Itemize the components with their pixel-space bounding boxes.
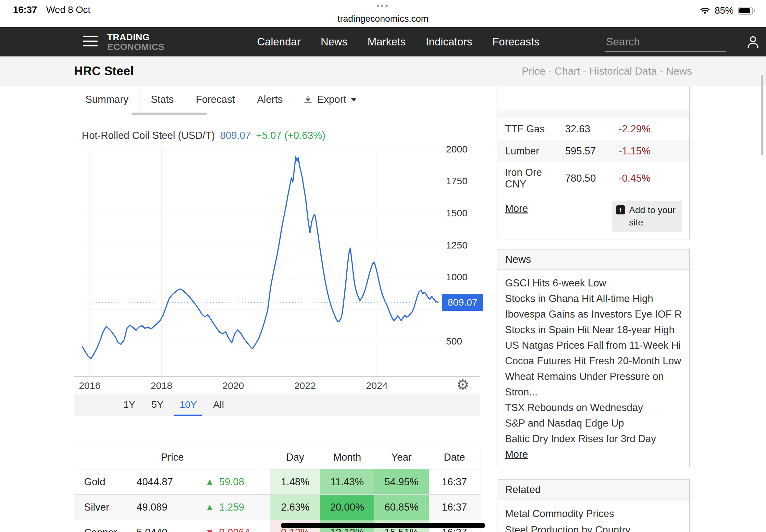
related-panel-header: Related: [498, 480, 689, 500]
price-table-row-silver[interactable]: Silver49.089▲1.2592.63%20.00%60.85%16:37: [74, 495, 480, 520]
commodity-price-table: PriceDayMonthYearDateGold4044.87▲59.081.…: [74, 445, 480, 532]
range-button-10y[interactable]: 10Y: [174, 394, 202, 416]
chart-settings-icon[interactable]: ⚙: [456, 378, 469, 392]
news-item[interactable]: Baltic Dry Index Rises for 3rd Day: [505, 431, 682, 447]
export-button[interactable]: Export: [294, 86, 366, 113]
tab-bar: SummaryStatsForecastAlerts Export: [74, 86, 480, 113]
month-percent: 20.00%: [320, 495, 374, 520]
breadcrumb-link-price[interactable]: Price: [522, 65, 545, 77]
tab-summary[interactable]: Summary: [74, 86, 140, 113]
commodity-change: 0.0064: [219, 520, 270, 532]
markets-more-link[interactable]: More: [505, 201, 528, 216]
menu-icon[interactable]: [83, 36, 98, 46]
commodity-change: 59.08: [219, 469, 270, 494]
news-item[interactable]: TSX Rebounds on Wednesday: [505, 400, 682, 416]
nav-link-markets[interactable]: Markets: [367, 36, 406, 48]
cutoff-row-gray: [498, 109, 689, 118]
triangle-down-icon: ▼: [200, 520, 219, 532]
market-name[interactable]: Lumber: [505, 145, 565, 157]
page-scrollbar[interactable]: [761, 75, 763, 155]
market-name[interactable]: Iron Ore CNY: [505, 167, 565, 190]
commodity-name[interactable]: Copper: [74, 520, 137, 532]
commodity-price: 5.0440: [137, 520, 200, 532]
news-item[interactable]: US Natgas Prices Fall from 11-Week Hi...: [505, 338, 682, 353]
breadcrumb-link-historical-data[interactable]: Historical Data: [589, 65, 657, 77]
year-percent: 54.95%: [374, 469, 429, 494]
news-more-link[interactable]: More: [505, 447, 682, 462]
export-label: Export: [317, 94, 346, 105]
chart-current-price: 809.07: [220, 130, 251, 141]
wifi-icon: [700, 6, 710, 15]
news-item[interactable]: Wheat Remains Under Pressure on Stron...: [505, 369, 682, 400]
news-panel-header: News: [498, 249, 689, 270]
nav-link-news[interactable]: News: [321, 36, 347, 48]
x-axis-label: 2020: [222, 380, 244, 391]
range-button-5y[interactable]: 5Y: [146, 394, 169, 416]
y-axis-label: 2000: [446, 144, 468, 155]
nav-link-forecasts[interactable]: Forecasts: [493, 36, 540, 48]
home-indicator[interactable]: [281, 523, 485, 528]
commodity-price: 49.089: [137, 495, 200, 520]
tab-alerts[interactable]: Alerts: [246, 86, 294, 113]
current-price-tag: 809.07: [442, 294, 483, 311]
range-button-1y[interactable]: 1Y: [118, 394, 140, 416]
market-value: 780.50: [565, 173, 619, 184]
markets-footer: More + Add to your site: [498, 195, 689, 239]
news-item[interactable]: Stocks in Spain Hit Near 18-year High: [505, 322, 682, 338]
related-list: Metal Commodity PricesSteel Production b…: [498, 500, 689, 532]
col-header-month: Month: [320, 445, 374, 469]
tab-stats[interactable]: Stats: [140, 86, 185, 113]
news-item[interactable]: Ibovespa Gains as Investors Eye IOF R...: [505, 307, 682, 322]
nav-link-calendar[interactable]: Calendar: [257, 36, 300, 48]
add-to-site-button[interactable]: + Add to your site: [612, 201, 682, 232]
news-panel: News GSCI Hits 6-week LowStocks in Ghana…: [498, 249, 690, 467]
x-axis-label: 2016: [79, 380, 101, 391]
search-input[interactable]: [605, 34, 726, 52]
page-subheader: HRC Steel Price - Chart - Historical Dat…: [0, 56, 766, 86]
page-title: HRC Steel: [74, 64, 134, 78]
market-row-ttf-gas[interactable]: TTF Gas32.63-2.29%: [498, 118, 689, 140]
x-axis-label: 2022: [294, 380, 316, 391]
market-value: 32.63: [565, 123, 619, 135]
market-row-lumber[interactable]: Lumber595.57-1.15%: [498, 140, 689, 162]
browser-url[interactable]: tradingeconomics.com: [0, 14, 766, 24]
y-axis-label: 1000: [446, 272, 468, 283]
news-item[interactable]: GSCI Hits 6-week Low: [505, 275, 682, 291]
x-axis-label: 2024: [366, 380, 388, 391]
y-axis-label: 1500: [446, 208, 468, 219]
market-row-iron-ore-cny[interactable]: Iron Ore CNY780.50-0.45%: [498, 162, 689, 195]
price-table-row-gold[interactable]: Gold4044.87▲59.081.48%11.43%54.95%16:37: [74, 469, 480, 495]
status-right: 85%: [700, 5, 755, 16]
news-item[interactable]: Stocks in Ghana Hit All-time High: [505, 291, 682, 307]
news-item[interactable]: Cocoa Futures Hit Fresh 20-Month Low: [505, 353, 682, 369]
related-item-metal-commodity-prices[interactable]: Metal Commodity Prices: [505, 506, 682, 522]
trading-economics-logo[interactable]: TRADING ECONOMICS: [107, 32, 164, 52]
price-table-header-row: PriceDayMonthYearDate: [74, 445, 480, 469]
year-percent: 60.85%: [374, 495, 429, 520]
download-icon: [303, 94, 313, 105]
range-selector: 1Y5Y10YAll: [74, 394, 480, 416]
breadcrumb-separator: -: [580, 65, 589, 77]
commodity-name[interactable]: Silver: [74, 495, 137, 520]
tab-forecast[interactable]: Forecast: [185, 86, 246, 113]
market-name[interactable]: TTF Gas: [505, 123, 565, 135]
user-account-icon[interactable]: [745, 34, 761, 51]
breadcrumb-link-news[interactable]: News: [666, 65, 692, 77]
related-panel: Related Metal Commodity PricesSteel Prod…: [498, 479, 690, 532]
quote-time: 16:37: [429, 469, 480, 494]
commodity-price: 4044.87: [137, 469, 200, 494]
col-header-price: Price: [74, 445, 270, 469]
range-button-all[interactable]: All: [208, 394, 229, 416]
price-chart[interactable]: [82, 146, 442, 376]
commodity-name[interactable]: Gold: [74, 469, 137, 494]
chart-canvas[interactable]: [82, 146, 442, 376]
related-item-steel-production-by-country[interactable]: Steel Production by Country: [505, 522, 682, 532]
news-item[interactable]: S&P and Nasdaq Edge Up: [505, 416, 682, 431]
y-axis: 20001750150012501000500: [446, 146, 482, 376]
nav-link-indicators[interactable]: Indicators: [426, 36, 472, 48]
market-change: -1.15%: [619, 145, 689, 157]
triangle-up-icon: ▲: [200, 469, 219, 494]
y-axis-label: 500: [446, 336, 462, 347]
breadcrumb-link-chart[interactable]: Chart: [555, 65, 580, 77]
tab-scrollbar[interactable]: [131, 113, 207, 115]
